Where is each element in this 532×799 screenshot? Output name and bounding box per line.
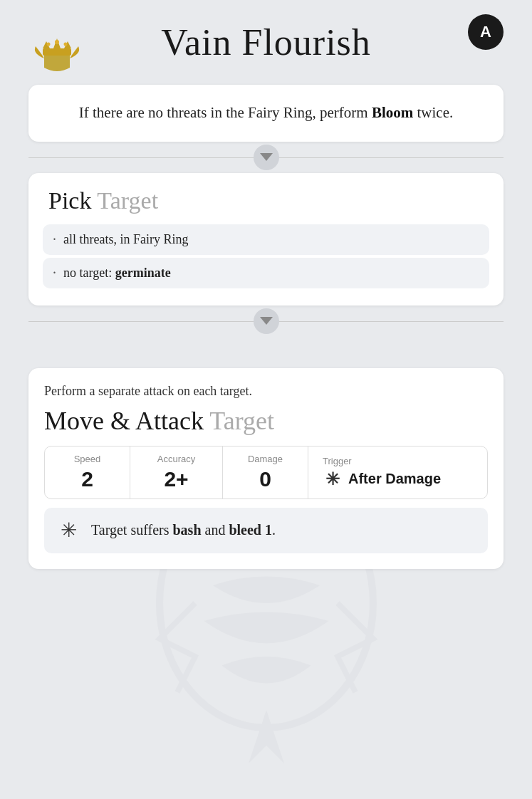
bullet-bold: germinate bbox=[115, 266, 171, 280]
stat-accuracy: Accuracy 2+ bbox=[130, 446, 223, 498]
condition-text-after: twice. bbox=[413, 104, 453, 121]
crest-icon bbox=[28, 14, 85, 71]
trigger-value: ✳ After Damage bbox=[323, 469, 441, 489]
damage-value: 0 bbox=[259, 467, 271, 491]
effect-bold2: bleed 1 bbox=[229, 522, 272, 538]
card-badge: A bbox=[468, 14, 504, 50]
pick-label: Pick bbox=[48, 187, 91, 214]
stats-row: Speed 2 Accuracy 2+ Damage 0 Trigger ✳ A… bbox=[44, 446, 488, 499]
trigger-text: After Damage bbox=[348, 471, 441, 487]
pick-target-word: Target bbox=[97, 187, 158, 214]
stat-speed: Speed 2 bbox=[45, 446, 130, 498]
stat-damage: Damage 0 bbox=[223, 446, 308, 498]
arrow-divider-1 bbox=[28, 142, 504, 173]
damage-label: Damage bbox=[248, 454, 283, 464]
effect-snowflake-icon: ✳ bbox=[56, 518, 81, 543]
effect-text: Target suffers bash and bleed 1. bbox=[91, 522, 276, 538]
accuracy-value: 2+ bbox=[164, 467, 188, 491]
bullet-dot: · bbox=[53, 231, 56, 248]
svg-point-8 bbox=[64, 42, 68, 46]
attack-intro: Perform a separate attack on each target… bbox=[44, 384, 488, 399]
card-title: Vain Flourish bbox=[161, 21, 371, 63]
svg-rect-2 bbox=[43, 48, 71, 56]
accuracy-label: Accuracy bbox=[157, 454, 195, 464]
trigger-snowflake-icon: ✳ bbox=[323, 469, 343, 489]
attack-target-word: Target bbox=[209, 407, 274, 435]
bullet-text-1: all threats, in Fairy Ring bbox=[63, 232, 188, 247]
list-item: · no target: germinate bbox=[43, 258, 489, 288]
bullet-text-before: no target: bbox=[63, 266, 115, 280]
arrow-down-icon-1 bbox=[254, 145, 279, 170]
effect-row: ✳ Target suffers bash and bleed 1. bbox=[44, 508, 488, 553]
effect-text-mid: and bbox=[202, 522, 229, 538]
arrow-down-icon-2 bbox=[254, 308, 279, 334]
condition-panel: If there are no threats in the Fairy Rin… bbox=[28, 85, 504, 142]
pick-target-title: Pick Target bbox=[43, 187, 489, 214]
list-item: · all threats, in Fairy Ring bbox=[43, 224, 489, 255]
pick-target-panel: Pick Target · all threats, in Fairy Ring… bbox=[28, 173, 504, 306]
speed-value: 2 bbox=[81, 467, 93, 491]
trigger-label: Trigger bbox=[323, 456, 352, 466]
bullet-text-2: no target: germinate bbox=[63, 266, 171, 281]
bullet-dot: · bbox=[53, 265, 56, 281]
move-attack-title: Move & Attack Target bbox=[44, 406, 488, 436]
arrow-divider-2 bbox=[28, 306, 504, 337]
effect-text-after: . bbox=[272, 522, 276, 538]
condition-bold: Bloom bbox=[372, 104, 413, 121]
attack-panel: Perform a separate attack on each target… bbox=[28, 368, 504, 569]
effect-text-before: Target suffers bbox=[91, 522, 173, 538]
svg-point-6 bbox=[47, 42, 51, 46]
move-label: Move & Attack bbox=[44, 407, 204, 435]
bullet-list: · all threats, in Fairy Ring · no target… bbox=[43, 224, 489, 288]
card-header: Vain Flourish A bbox=[28, 14, 504, 63]
condition-text: If there are no threats in the Fairy Rin… bbox=[48, 102, 484, 125]
stat-trigger: Trigger ✳ After Damage bbox=[308, 446, 487, 498]
effect-bold1: bash bbox=[173, 522, 202, 538]
speed-label: Speed bbox=[74, 454, 101, 464]
svg-point-7 bbox=[55, 40, 59, 44]
condition-text-plain: If there are no threats in the Fairy Rin… bbox=[79, 104, 372, 121]
